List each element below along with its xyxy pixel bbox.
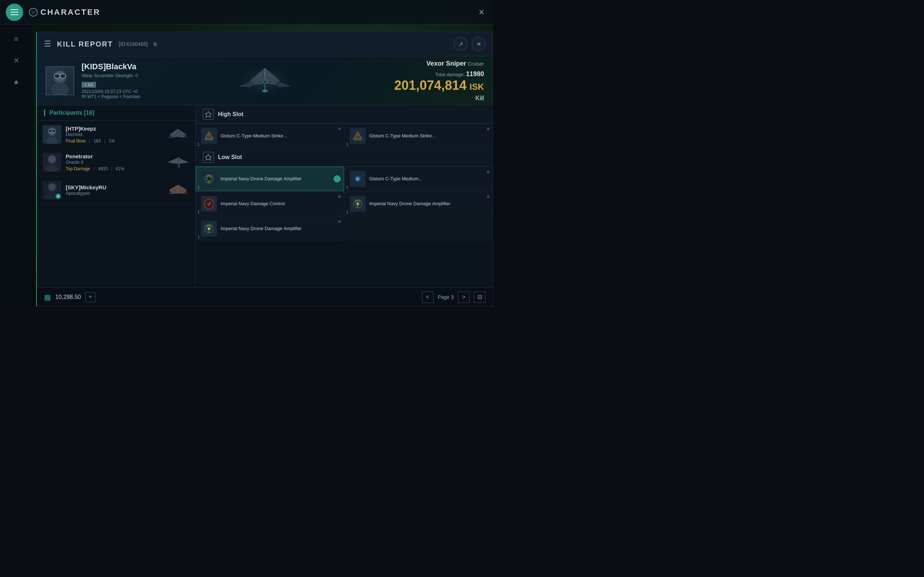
svg-point-3 [54, 74, 60, 78]
wallet-icon: ▦ [44, 293, 51, 301]
participant-item[interactable]: Penetrator Oracle II Top Damage | 4933 |… [37, 148, 195, 176]
slot-close-button[interactable]: ✕ [338, 194, 341, 200]
participant-name: [SKY]MickeyRU [66, 184, 162, 190]
slot-item[interactable]: 1 Imperial Navy Damage Control ✕ [195, 192, 344, 216]
slot-item-name: Imperial Navy Damage Control [221, 201, 339, 207]
char-icon: ⊙ [29, 8, 37, 16]
slot-close-button[interactable]: ✕ [486, 194, 490, 200]
svg-point-20 [49, 156, 55, 162]
top-bar: ⊙ CHARACTER × [0, 0, 493, 24]
participant-stats: Final Blow | 183 | 1% [66, 139, 162, 143]
participant-ship: Oracle II [66, 160, 162, 165]
content-area: Participants [16] [37, 105, 493, 287]
slot-item-name: Gistum C-Type Medium... [369, 176, 487, 182]
svg-rect-27 [207, 136, 211, 138]
svg-point-1 [51, 83, 69, 95]
slots-panel: High Slot 1 Gistum C-Type Medium S [195, 105, 493, 287]
svg-point-34 [208, 178, 210, 180]
participant-info-keepz: [HTP]Keepz Dominix Final Blow | 183 | 1% [66, 126, 162, 143]
slot-qty: 1 [197, 235, 200, 239]
panel-close-button[interactable]: ✕ [472, 37, 485, 51]
left-sidebar: ≡ ✕ ★ [0, 24, 32, 306]
participant-name: [HTP]Keepz [66, 126, 162, 132]
slot-item-icon [350, 128, 366, 144]
panel-header-actions: ↗ ✕ [454, 37, 485, 51]
slot-item-icon [201, 196, 217, 212]
slot-item-active[interactable]: 1 Imperia [195, 167, 344, 191]
high-slot-label: High Slot [218, 111, 243, 118]
slot-item-info: Imperial Navy Drone Damage Amplifier [369, 201, 487, 207]
slot-item-info: Gistum C-Type Medium Strike... [221, 133, 339, 139]
slot-item-icon [201, 171, 217, 187]
low-slot-label: Low Slot [218, 154, 242, 161]
svg-point-4 [60, 74, 66, 78]
app-title: CHARACTER [40, 8, 100, 17]
participant-ship: Apocalypse [66, 190, 162, 196]
panel-menu-icon[interactable]: ☰ [44, 39, 51, 49]
isk-value: 201,074,814 [394, 77, 466, 92]
participant-avatar-penetrator [43, 153, 61, 172]
svg-point-15 [48, 129, 52, 132]
slot-close-button[interactable]: ✕ [338, 219, 341, 224]
svg-point-24 [49, 184, 55, 190]
slot-item-name: Imperial Navy Drone Damage Amplifier [369, 201, 487, 207]
app-close-button[interactable]: × [478, 6, 485, 18]
slot-qty: 1 [346, 142, 348, 147]
low-slot-grid: 1 Imperia [195, 167, 493, 241]
main-panel: ☰ KILL REPORT [ID:6160465] ⧉ ↗ ✕ [36, 32, 493, 306]
wallet-amount: 10,288.50 [55, 294, 81, 300]
page-prev-button[interactable]: < [422, 292, 433, 303]
participants-panel: Participants [16] [37, 105, 195, 287]
participant-percent: 1% [109, 139, 115, 143]
isk-unit: ISK [470, 82, 484, 91]
sidebar-star-icon[interactable]: ★ [9, 75, 23, 89]
damage-value: 11980 [466, 70, 484, 77]
pagination: < Page 3 > ⊟ [422, 292, 485, 303]
filter-button[interactable]: ⊟ [474, 292, 485, 303]
panel-export-button[interactable]: ↗ [454, 37, 467, 51]
slot-item-icon [350, 171, 366, 187]
slot-item-info: Imperial Navy Damage Control [221, 201, 339, 207]
page-next-button[interactable]: > [458, 292, 470, 303]
bottom-bar: ▦ 10,288.50 + < Page 3 > ⊟ [37, 287, 493, 306]
add-button[interactable]: + [85, 292, 95, 302]
slot-item-info: Imperial Navy Drone Damage Amplifier [221, 176, 339, 182]
slot-item[interactable]: 1 Gistum C-Type Medium Strike... ✕ [344, 124, 493, 148]
ship-class: Cruiser [468, 61, 484, 66]
participant-avatar-keepz [43, 125, 61, 144]
participant-info-penetrator: Penetrator Oracle II Top Damage | 4933 |… [66, 153, 162, 171]
svg-point-9 [269, 81, 272, 83]
slot-qty: 1 [346, 210, 348, 214]
slot-item[interactable]: 1 Gistum C-Type Medium Strike... ✕ [195, 124, 344, 148]
slot-item[interactable]: 1 Gistum C-Type Medium... [344, 167, 493, 191]
slot-item-info: Gistum C-Type Medium... [369, 176, 487, 182]
slot-item-info: Gistum C-Type Medium Strike... [369, 133, 487, 139]
slot-close-button[interactable]: ✕ [486, 126, 490, 132]
slot-close-button[interactable]: ✕ [338, 126, 341, 132]
top-damage-label: Top Damage [66, 166, 90, 171]
participant-name: Penetrator [66, 153, 162, 160]
slot-item[interactable]: 1 Imperial Navy Drone Damage Amplifier [195, 216, 344, 241]
sidebar-menu-icon[interactable]: ≡ [9, 32, 23, 46]
participants-count: [16] [84, 110, 94, 116]
slot-qty: 1 [197, 142, 200, 147]
participant-item[interactable]: ★ [SKY]MickeyRU Apocalypse [37, 176, 195, 204]
sidebar-cross-icon[interactable]: ✕ [9, 53, 23, 68]
svg-point-16 [52, 129, 56, 132]
svg-point-51 [208, 227, 210, 230]
participant-item[interactable]: [HTP]Keepz Dominix Final Blow | 183 | 1% [37, 121, 195, 148]
slot-close-button[interactable]: ✕ [486, 169, 490, 174]
active-indicator [333, 175, 341, 182]
hamburger-button[interactable] [6, 3, 23, 21]
slot-item[interactable]: 1 Imperial Navy Drone Damage Amplifier [344, 192, 493, 216]
page-label: Page 3 [438, 294, 454, 300]
high-slot-icon [203, 109, 214, 120]
participant-ship-icon-apoc [166, 183, 189, 197]
ship-graphic [229, 59, 301, 102]
slot-item-info: Imperial Navy Drone Damage Amplifier [221, 226, 339, 232]
panel-copy-icon[interactable]: ⧉ [153, 41, 157, 47]
svg-point-36 [336, 177, 339, 180]
slot-item-icon [201, 128, 217, 144]
participants-header: Participants [16] [37, 105, 195, 121]
participant-ship: Dominix [66, 132, 162, 137]
